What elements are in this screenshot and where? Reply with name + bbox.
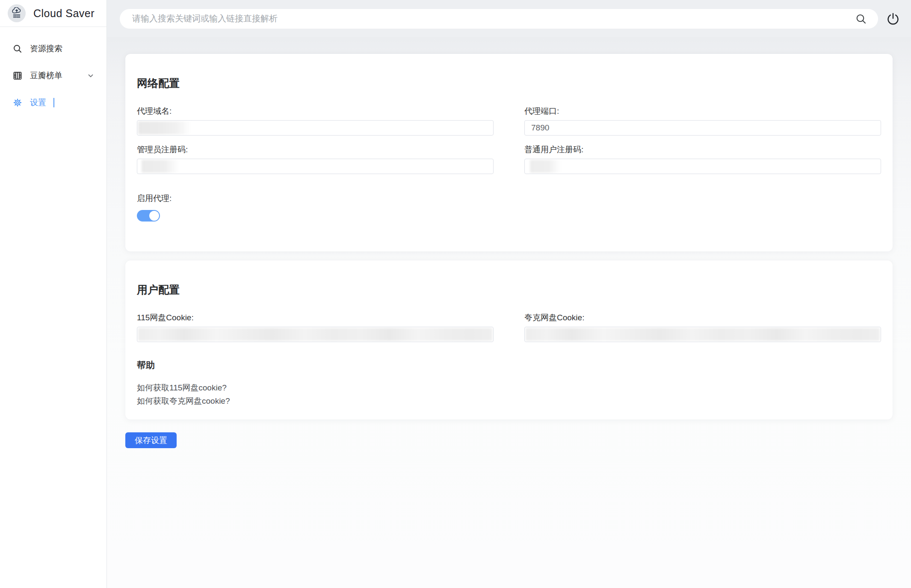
app-logo-row: Cloud Saver: [0, 0, 106, 27]
app-title: Cloud Saver: [33, 7, 95, 20]
topbar: [107, 0, 911, 37]
user-config-form: 115网盘Cookie: 夸克网盘Cookie:: [137, 312, 881, 342]
quark-cookie-input[interactable]: [524, 327, 881, 342]
help-link-quark-cookie[interactable]: 如何获取夸克网盘cookie?: [137, 396, 881, 407]
enable-proxy-label: 启用代理:: [137, 193, 881, 204]
proxy-port-label: 代理端口:: [524, 106, 881, 117]
help-links: 如何获取115网盘cookie? 如何获取夸克网盘cookie?: [137, 382, 881, 407]
admin-code-field: 管理员注册码:: [137, 144, 494, 174]
film-grid-icon: [12, 70, 23, 81]
enable-proxy-field: 启用代理:: [137, 193, 881, 222]
network-config-title: 网络配置: [137, 76, 881, 90]
user-code-input[interactable]: [524, 159, 881, 174]
quark-cookie-label: 夸克网盘Cookie:: [524, 312, 881, 323]
text-cursor: [53, 98, 54, 107]
gear-icon: [12, 97, 23, 108]
network-config-form: 代理域名: 代理端口: 管理员注册码: 普通用户注册码:: [137, 106, 881, 174]
app-logo-avatar: [8, 4, 26, 22]
redacted-value: [530, 160, 561, 173]
search-input[interactable]: [120, 9, 878, 29]
cookie-115-input[interactable]: [137, 327, 494, 342]
quark-cookie-field: 夸克网盘Cookie:: [524, 312, 881, 342]
enable-proxy-toggle[interactable]: [137, 210, 160, 222]
admin-code-input[interactable]: [137, 159, 494, 174]
proxy-domain-input[interactable]: [137, 120, 494, 136]
user-config-card: 用户配置 115网盘Cookie: 夸克网盘Cookie: 帮助 如何获取115…: [125, 260, 893, 420]
user-code-field: 普通用户注册码:: [524, 144, 881, 174]
redacted-value: [138, 121, 191, 134]
help-link-115-cookie[interactable]: 如何获取115网盘cookie?: [137, 382, 881, 393]
logout-power-button[interactable]: [884, 9, 902, 28]
proxy-port-input[interactable]: [524, 120, 881, 136]
sidebar-item-label: 设置: [30, 97, 46, 108]
sidebar-item-label: 资源搜索: [30, 43, 62, 54]
user-config-title: 用户配置: [137, 283, 881, 297]
cloud-upload-logo-icon: [11, 7, 23, 19]
cookie-115-field: 115网盘Cookie:: [137, 312, 494, 342]
search-bar: [120, 9, 878, 29]
redacted-value: [526, 328, 880, 341]
redacted-value: [138, 328, 492, 341]
toggle-knob: [149, 211, 159, 221]
chevron-down-icon: [87, 72, 95, 80]
cookie-115-label: 115网盘Cookie:: [137, 312, 494, 323]
sidebar-item-settings[interactable]: 设置: [0, 91, 106, 115]
sidebar-item-resource-search[interactable]: 资源搜索: [0, 37, 106, 61]
search-icon: [12, 43, 23, 54]
sidebar: Cloud Saver 资源搜索 豆瓣榜单: [0, 0, 107, 588]
redacted-value: [142, 160, 179, 173]
proxy-domain-label: 代理域名:: [137, 106, 494, 117]
settings-page: 网络配置 代理域名: 代理端口: 管理员注册码: 普通用户注册码:: [107, 37, 911, 588]
user-code-label: 普通用户注册码:: [524, 144, 881, 155]
proxy-domain-field: 代理域名:: [137, 106, 494, 136]
admin-code-label: 管理员注册码:: [137, 144, 494, 155]
network-config-card: 网络配置 代理域名: 代理端口: 管理员注册码: 普通用户注册码:: [125, 54, 893, 251]
sidebar-nav: 资源搜索 豆瓣榜单: [0, 27, 106, 115]
help-title: 帮助: [137, 359, 881, 371]
save-settings-button[interactable]: 保存设置: [125, 432, 177, 448]
sidebar-item-label: 豆瓣榜单: [30, 70, 62, 81]
sidebar-item-douban-charts[interactable]: 豆瓣榜单: [0, 64, 106, 88]
proxy-port-field: 代理端口:: [524, 106, 881, 136]
